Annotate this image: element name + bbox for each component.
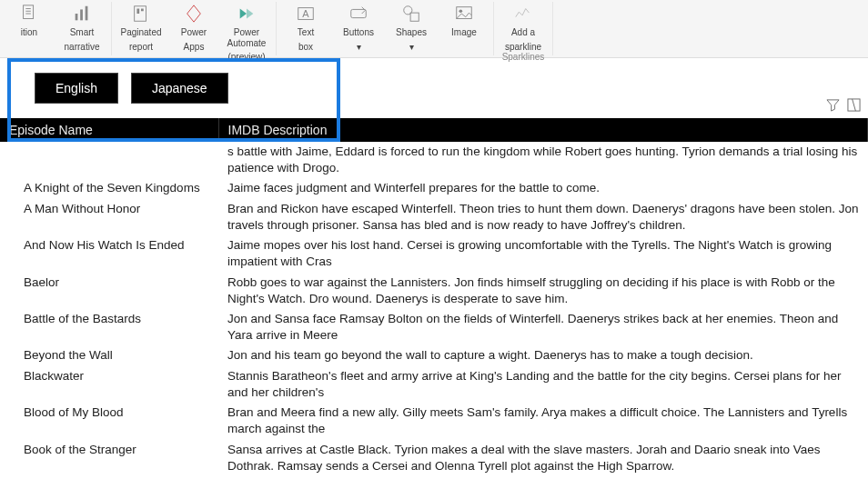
cell-description: Jaime faces judgment and Winterfell prep…: [218, 178, 868, 198]
doc-icon: [16, 4, 42, 24]
table-row[interactable]: A Man Without HonorBran and Rickon have …: [0, 199, 868, 235]
image-icon: [451, 4, 477, 24]
cell-episode-name: Blackwater: [0, 366, 218, 403]
cell-episode-name: Baelor: [0, 273, 218, 309]
cell-description: Sansa arrives at Castle Black. Tyrion ma…: [218, 440, 868, 476]
svg-rect-3: [86, 6, 88, 21]
ribbon-button-label: narrative: [65, 42, 100, 53]
ribbon-button-label: Smart: [70, 27, 95, 38]
table-row[interactable]: Battle of the BastardsJon and Sansa face…: [0, 309, 868, 345]
cell-description: Robb goes to war against the Lannisters.…: [218, 273, 868, 309]
cell-description: Jon and his team go beyond the wall to c…: [218, 345, 868, 365]
svg-rect-6: [141, 9, 144, 12]
table-row[interactable]: And Now His Watch Is EndedJaime mopes ov…: [0, 235, 868, 272]
bar-icon: [69, 4, 95, 24]
cell-episode-name: Book of the Stranger: [0, 440, 218, 476]
col-episode-name[interactable]: Episode Name: [0, 118, 218, 142]
cell-episode-name: Beyond the Wall: [0, 345, 218, 365]
cell-episode-name: A Man Without Honor: [0, 199, 218, 235]
svg-rect-1: [76, 14, 78, 20]
flow-icon: [234, 4, 259, 24]
spark-icon: [510, 4, 536, 24]
english-button[interactable]: English: [35, 73, 118, 104]
svg-rect-2: [80, 9, 83, 20]
cell-episode-name: And Now His Watch Is Ended: [0, 235, 218, 272]
shapes-icon: [399, 4, 424, 24]
ribbon-button-label: ▾: [409, 42, 414, 53]
svg-rect-0: [24, 5, 34, 19]
language-button-row: English Japanese: [0, 58, 868, 116]
table-row[interactable]: BaelorRobb goes to war against the Lanni…: [0, 273, 868, 309]
ribbon-button-label: Text: [298, 27, 314, 38]
table-row[interactable]: A Knight of the Seven KingdomsJaime face…: [0, 178, 868, 198]
ribbon-button-label: Apps: [184, 42, 205, 53]
cell-episode-name: Blood of My Blood: [0, 403, 218, 439]
report-canvas: English Japanese Episode Name IMDB Descr…: [0, 58, 868, 479]
table-row[interactable]: s battle with Jaime, Eddard is forced to…: [0, 142, 868, 178]
cell-description: Jon and Sansa face Ramsay Bolton on the …: [218, 309, 868, 345]
cell-episode-name: Battle of the Bastards: [0, 309, 218, 345]
ribbon-button-label: report: [129, 42, 153, 53]
cell-description: Bran and Meera find a new ally. Gilly me…: [218, 403, 868, 439]
ribbon-button-label: Power Automate: [223, 27, 270, 48]
cell-episode-name: A Knight of the Seven Kingdoms: [0, 178, 218, 198]
paginated-report-button[interactable]: Paginatedreport: [117, 4, 165, 52]
col-imdb-description[interactable]: IMDB Description: [218, 118, 868, 142]
cell-description: s battle with Jaime, Eddard is forced to…: [218, 142, 868, 178]
ribbon-button-label: sparkline: [505, 42, 541, 53]
ribbon: itionSmartnarrativePaginatedreportPowerA…: [0, 0, 868, 58]
add-sparkline-button[interactable]: Add asparkline: [500, 4, 547, 52]
svg-text:A: A: [302, 8, 309, 19]
ribbon-button-label: Paginated: [120, 27, 161, 38]
episodes-table: Episode Name IMDB Description s battle w…: [0, 118, 868, 479]
table-row[interactable]: Beyond the WallJon and his team go beyon…: [0, 345, 868, 365]
svg-rect-4: [135, 6, 146, 22]
japanese-button[interactable]: Japanese: [131, 73, 228, 104]
svg-rect-9: [351, 9, 367, 17]
button-icon: [346, 4, 371, 24]
page-icon: [128, 4, 154, 24]
text-box-button[interactable]: ATextbox: [282, 4, 329, 52]
ribbon-button-label: ▾: [357, 42, 361, 53]
cell-description: Stannis Baratheon's fleet and army arriv…: [218, 366, 868, 403]
table-row[interactable]: Book of the StrangerSansa arrives at Cas…: [0, 440, 868, 476]
table-row[interactable]: Blood of My BloodBran and Meera find a n…: [0, 403, 868, 439]
power-apps-button[interactable]: PowerApps: [170, 4, 217, 52]
ribbon-button-label: box: [298, 42, 313, 53]
filter-icon[interactable]: [826, 98, 840, 115]
svg-rect-11: [410, 13, 419, 21]
shapes-button[interactable]: Shapes▾: [388, 4, 435, 52]
ribbon-button-label: Power: [181, 27, 207, 38]
cell-episode-name: [0, 142, 218, 178]
power-automate-button[interactable]: Power Automate(preview): [223, 4, 270, 63]
visual-header-icons: [826, 98, 861, 115]
svg-point-13: [459, 9, 463, 13]
cell-description: Jaime mopes over his lost hand. Cersei i…: [218, 235, 868, 272]
buttons-button[interactable]: Buttons▾: [335, 4, 382, 52]
table-row[interactable]: BlackwaterStannis Baratheon's fleet and …: [0, 366, 868, 403]
table-header-row: Episode Name IMDB Description: [0, 118, 868, 142]
smart-narrative-button[interactable]: Smartnarrative: [58, 4, 106, 52]
ribbon-button-label: Add a: [511, 27, 535, 38]
image-button[interactable]: Image: [440, 4, 488, 38]
textbox-icon: A: [293, 4, 318, 24]
focus-icon[interactable]: [847, 98, 861, 115]
lition-button[interactable]: ition: [5, 4, 53, 38]
ribbon-button-label: Buttons: [343, 27, 374, 38]
cell-description: Bran and Rickon have escaped Winterfell.…: [218, 199, 868, 235]
ribbon-button-label: ition: [21, 27, 37, 38]
ribbon-button-label: Shapes: [396, 27, 427, 38]
ribbon-button-label: Image: [451, 27, 477, 38]
diamond-icon: [181, 4, 207, 24]
svg-rect-5: [136, 9, 139, 15]
